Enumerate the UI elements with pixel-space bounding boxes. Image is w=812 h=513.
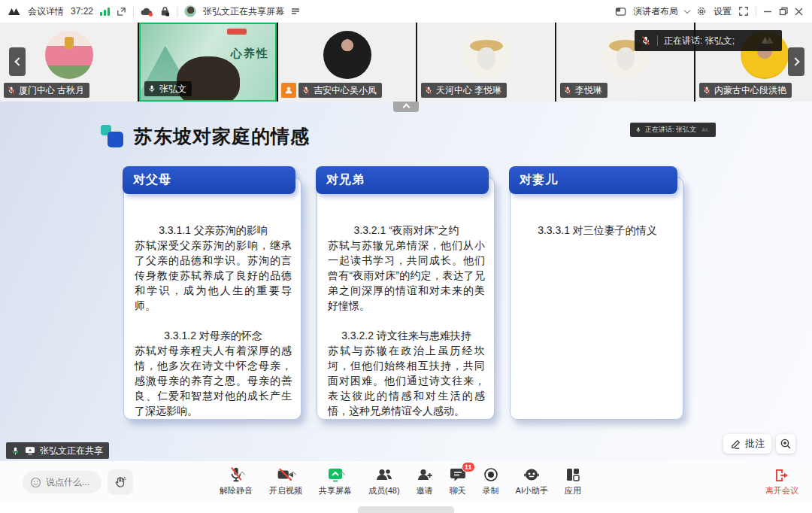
maximize-button[interactable] — [779, 7, 788, 16]
network-signal-icon — [100, 7, 110, 16]
record-button[interactable]: 录制 — [474, 466, 508, 496]
slide-speaking-badge: 正在讲话: 张弘文 — [630, 123, 716, 137]
slide-title: 苏东坡对家庭的情感 — [134, 124, 310, 149]
security-lock-icon[interactable] — [160, 6, 170, 17]
quick-chat-input[interactable] — [46, 477, 94, 487]
mic-muted-icon — [563, 86, 572, 95]
share-detail-list-icon[interactable] — [291, 8, 300, 15]
start-video-button[interactable]: 开启视频 — [261, 466, 311, 496]
popout-icon[interactable] — [117, 7, 126, 17]
video-logo — [227, 29, 247, 35]
strip-scroll-right-button[interactable] — [788, 47, 804, 76]
section-heading: 3.3.3.1 对三位妻子的情义 — [521, 223, 674, 238]
slide-speaking-text: 正在讲话: 张弘文 — [645, 125, 696, 135]
toolbar: 解除静音 开启视频 共享屏幕 成员(48) 邀请 11 聊天 — [211, 466, 589, 496]
avatar — [323, 31, 371, 79]
zoom-in-button[interactable] — [776, 434, 795, 454]
annotate-button[interactable]: 批注 — [723, 434, 771, 454]
participant-tile-speaking[interactable]: 心养性 张弘文 — [139, 23, 277, 102]
fullscreen-icon[interactable] — [738, 6, 749, 17]
section-body: 苏轼与苏辙兄弟情深，他们从小一起读书学习，共同成长。他们曾有“夜雨对床”的约定，… — [328, 238, 485, 313]
chat-unread-badge: 11 — [462, 462, 475, 472]
close-button[interactable] — [795, 8, 803, 16]
ai-assistant-button[interactable]: AI小助手 — [508, 466, 556, 496]
participant-tile[interactable]: 吉安中心吴小凤 — [278, 23, 416, 102]
sharing-indicator-text: 张弘文正在共享 — [40, 445, 103, 457]
tool-label: 邀请 — [417, 485, 433, 496]
participant-name: 李悦琳 — [575, 84, 602, 97]
app-logo-icon — [8, 6, 21, 17]
mic-icon — [635, 126, 641, 133]
annotate-label: 批注 — [745, 437, 765, 451]
layout-selector[interactable]: 演讲者布局 — [633, 5, 678, 18]
mic-on-icon — [147, 84, 156, 93]
strip-scroll-left-button[interactable] — [9, 47, 26, 76]
settings-gear-icon — [696, 6, 707, 17]
invite-button[interactable]: 邀请 — [408, 466, 441, 496]
card-body: 3.3.2.1 “夜雨对床”之约 苏轼与苏辙兄弟情深，他们从小一起读书学习，共同… — [317, 177, 495, 420]
participant-tile[interactable]: 天河中心 李悦琳 — [417, 23, 555, 102]
section-body: 苏轼对母亲程夫人有着深厚的感情，他多次在诗文中怀念母亲，感激母亲的养育之恩。母亲… — [135, 343, 292, 418]
minimize-button[interactable] — [763, 7, 772, 16]
divider — [133, 7, 134, 17]
divider — [177, 7, 177, 17]
shared-screen-content: 苏东坡对家庭的情感 正在讲话: 张弘文 3.3.1.1 父亲苏洵的影响 苏轼深受… — [0, 102, 812, 461]
chat-button[interactable]: 11 聊天 — [441, 466, 474, 496]
cloud-record-icon[interactable] — [141, 7, 153, 17]
ai-assistant-icon — [523, 467, 540, 482]
settings-button[interactable]: 设置 — [714, 5, 732, 18]
slide-card-parents: 3.3.1.1 父亲苏洵的影响 苏轼深受父亲苏洵的影响，继承了父亲的品德和学识。… — [123, 166, 301, 420]
section-body: 苏轼深受父亲苏洵的影响，继承了父亲的品德和学识。苏洵的言传身教使苏轼养成了良好的… — [135, 238, 292, 313]
meeting-timer: 37:22 — [71, 6, 93, 17]
layout-icon — [615, 7, 626, 17]
share-screen-button[interactable]: 共享屏幕 — [311, 466, 360, 496]
magnifier-plus-icon — [780, 438, 792, 450]
unmute-button[interactable]: 解除静音 — [211, 466, 261, 496]
participant-name-badge: 天河中心 李悦琳 — [421, 83, 507, 98]
leave-meeting-button[interactable]: 离开会议 — [765, 467, 798, 496]
tool-label: 共享屏幕 — [319, 485, 352, 496]
mic-muted-icon — [301, 86, 311, 95]
tool-label: 解除静音 — [220, 485, 253, 496]
participant-name: 内蒙古中心段洪艳 — [714, 84, 786, 97]
members-button[interactable]: 成员(48) — [360, 466, 408, 496]
participant-name: 吉安中心吴小凤 — [314, 84, 377, 97]
chevron-down-icon — [684, 7, 690, 13]
invite-icon — [417, 467, 433, 482]
participant-name: 张弘文 — [159, 83, 186, 96]
chevron-up-icon — [402, 104, 410, 111]
host-role-icon — [281, 83, 296, 98]
leave-icon — [774, 467, 790, 484]
leave-label: 离开会议 — [765, 485, 798, 496]
chevron-right-icon — [791, 57, 799, 65]
avatar — [462, 31, 511, 79]
avatar — [45, 31, 93, 79]
participant-name-badge: 张弘文 — [144, 81, 192, 96]
emoji-icon[interactable] — [30, 477, 41, 488]
card-body: 3.3.3.1 对三位妻子的情义 — [510, 177, 683, 420]
participant-name-badge: 李悦琳 — [560, 83, 607, 98]
meeting-details-button[interactable]: 会议详情 — [28, 5, 64, 18]
screen-share-icon — [25, 446, 35, 455]
sharing-status-text: 张弘文正在共享屏幕 — [203, 5, 284, 18]
slide-card-brothers: 3.3.2.1 “夜雨对床”之约 苏轼与苏辙兄弟情深，他们从小一起读书学习，共同… — [316, 166, 495, 420]
pen-icon — [730, 439, 741, 450]
meeting-window: 会议详情 37:22 张弘文正在共享屏幕 演讲者布局 — [0, 0, 812, 513]
collapse-strip-handle[interactable] — [393, 100, 419, 112]
tool-label: 应用 — [565, 485, 581, 496]
raise-hand-button[interactable] — [108, 469, 133, 495]
card-header: 对兄弟 — [316, 166, 489, 194]
tool-label: 成员(48) — [368, 485, 400, 496]
section-heading: 3.3.1.2 对母亲的怀念 — [135, 328, 292, 343]
participant-name: 天河中心 李悦琳 — [436, 84, 501, 97]
mic-muted-icon — [424, 86, 433, 95]
video-strip: 厦门中心 古秋月 心养性 张弘文 吉安中心吴小凤 — [0, 23, 812, 102]
card-header-label: 对妻儿 — [520, 172, 558, 188]
card-body: 3.3.1.1 父亲苏洵的影响 苏轼深受父亲苏洵的影响，继承了父亲的品德和学识。… — [123, 177, 301, 420]
apps-button[interactable]: 应用 — [556, 466, 589, 496]
tool-label: 开启视频 — [269, 485, 302, 496]
record-icon — [483, 467, 498, 482]
mic-muted-icon — [7, 86, 16, 95]
quick-chat-input-wrap[interactable] — [23, 471, 102, 493]
section-heading: 3.3.2.2 诗文往来与患难扶持 — [328, 328, 485, 343]
